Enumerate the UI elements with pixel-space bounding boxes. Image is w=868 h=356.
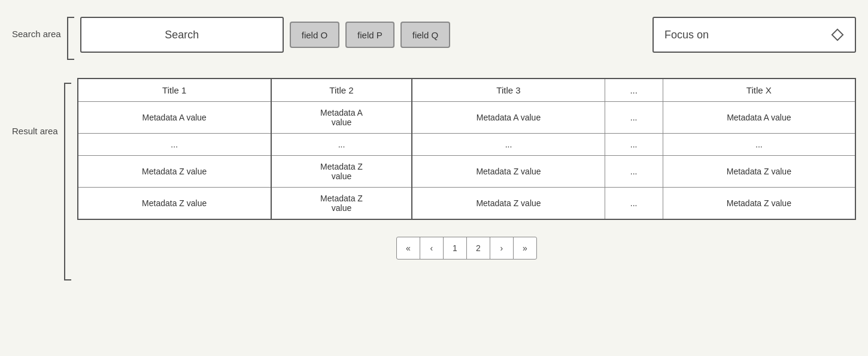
table-cell: Metadata A value: [78, 102, 271, 134]
table-cell: Metadata Z value: [271, 156, 412, 188]
field-p-tag[interactable]: field P: [345, 22, 394, 48]
col-header-titleX: Title X: [663, 79, 855, 102]
table-cell: Metadata A value: [271, 102, 412, 134]
table-cell: Metadata A value: [663, 102, 855, 134]
pagination-last[interactable]: »: [513, 237, 537, 260]
table-row: Metadata Z valueMetadata Z valueMetadata…: [78, 188, 855, 220]
table-cell: ...: [412, 134, 605, 156]
table-row: ...............: [78, 134, 855, 156]
result-area-label: Result area: [12, 126, 58, 136]
search-area-bracket: [67, 17, 74, 60]
pagination-first[interactable]: «: [396, 237, 420, 260]
pagination-page1[interactable]: 1: [443, 237, 467, 260]
table-cell: Metadata A value: [412, 102, 605, 134]
result-area-bracket: [64, 83, 71, 280]
result-content: Title 1 Title 2 Title 3 ... Title X Meta…: [77, 78, 856, 260]
col-header-title3: Title 3: [412, 79, 605, 102]
table-cell: Metadata Z value: [78, 156, 271, 188]
field-q-tag[interactable]: field Q: [400, 22, 450, 48]
table-cell: Metadata Z value: [271, 188, 412, 220]
table-cell: ...: [663, 134, 855, 156]
table-header-row: Title 1 Title 2 Title 3 ... Title X: [78, 79, 855, 102]
col-header-ellipsis: ...: [605, 79, 663, 102]
col-header-title2: Title 2: [271, 79, 412, 102]
table-cell: Metadata Z value: [412, 156, 605, 188]
pagination-page2[interactable]: 2: [466, 237, 490, 260]
search-input[interactable]: Search: [80, 17, 284, 53]
table-row: Metadata A valueMetadata A valueMetadata…: [78, 102, 855, 134]
result-area-section: Result area Title 1 Title 2 Title 3 ... …: [12, 78, 856, 280]
table-cell: Metadata Z value: [663, 156, 855, 188]
table-body: Metadata A valueMetadata A valueMetadata…: [78, 102, 855, 220]
table-cell: ...: [78, 134, 271, 156]
table-cell: ...: [605, 134, 663, 156]
pagination-prev[interactable]: ‹: [420, 237, 444, 260]
table-row: Metadata Z valueMetadata Z valueMetadata…: [78, 156, 855, 188]
data-table: Title 1 Title 2 Title 3 ... Title X Meta…: [77, 78, 856, 220]
table-cell: ...: [605, 156, 663, 188]
table-cell: Metadata Z value: [663, 188, 855, 220]
table-cell: Metadata Z value: [78, 188, 271, 220]
search-area-label: Search area: [12, 29, 61, 39]
pagination-next[interactable]: ›: [490, 237, 514, 260]
table-cell: ...: [605, 102, 663, 134]
focus-on-box[interactable]: Focus on: [652, 17, 856, 53]
pagination: « ‹ 1 2 › »: [77, 237, 856, 260]
search-area-section: Search area Search field O field P field…: [12, 12, 856, 60]
svg-marker-0: [832, 29, 843, 40]
col-header-title1: Title 1: [78, 79, 271, 102]
field-o-tag[interactable]: field O: [290, 22, 339, 48]
table-cell: ...: [271, 134, 412, 156]
table-cell: ...: [605, 188, 663, 220]
search-controls: Search field O field P field Q Focus on: [80, 12, 856, 53]
diamond-icon: [831, 28, 844, 41]
table-cell: Metadata Z value: [412, 188, 605, 220]
